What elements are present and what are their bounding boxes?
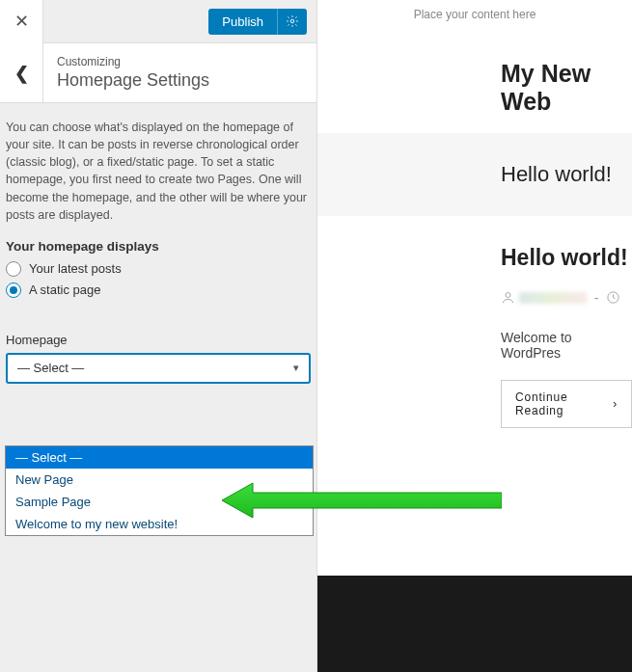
homepage-dropdown: — Select — New Page Sample Page Welcome … (5, 445, 314, 536)
post-title[interactable]: Hello world! (501, 245, 632, 271)
radio-label: Your latest posts (29, 261, 122, 276)
chevron-right-icon: › (613, 397, 618, 411)
radio-label: A static page (29, 282, 100, 297)
homepage-select[interactable]: — Select — ▾ (6, 353, 311, 384)
post-meta: - (501, 290, 632, 305)
dropdown-option[interactable]: Welcome to my new website! (6, 513, 313, 535)
close-button[interactable]: ✕ (0, 0, 43, 43)
publish-button[interactable]: Publish (208, 9, 277, 35)
breadcrumb: Customizing (57, 55, 303, 68)
radio-static-page[interactable]: A static page (6, 282, 311, 298)
placeholder-text: Place your content here (317, 0, 632, 40)
section-description: You can choose what's displayed on the h… (0, 103, 316, 239)
radio-icon (6, 282, 21, 298)
author-name (519, 292, 587, 304)
site-preview: Place your content here My New Web Hello… (317, 0, 632, 672)
chevron-down-icon: ▾ (293, 362, 299, 374)
dropdown-option[interactable]: Sample Page (6, 491, 313, 513)
page-title: Homepage Settings (57, 70, 303, 91)
dropdown-option[interactable]: New Page (6, 469, 313, 491)
site-title: My New Web (317, 40, 632, 133)
homepage-label: Homepage (6, 333, 311, 347)
author-icon (501, 290, 515, 305)
dropdown-option[interactable]: — Select — (6, 446, 313, 469)
radio-latest-posts[interactable]: Your latest posts (6, 261, 311, 277)
select-value: — Select — (17, 361, 84, 375)
post-excerpt: Welcome to WordPres (501, 330, 632, 361)
gear-icon (286, 14, 299, 28)
close-icon: ✕ (14, 11, 29, 32)
displays-label: Your homepage displays (6, 239, 311, 254)
radio-icon (6, 261, 21, 277)
continue-label: Continue Reading (515, 390, 607, 417)
svg-point-0 (290, 19, 294, 23)
hero-band: Hello world! (317, 133, 632, 216)
section-header: ❮ Customizing Homepage Settings (0, 43, 316, 103)
clock-icon (606, 290, 620, 305)
chevron-left-icon: ❮ (14, 63, 29, 84)
publish-settings-button[interactable] (277, 9, 307, 35)
continue-reading-button[interactable]: Continue Reading › (501, 380, 632, 428)
back-button[interactable]: ❮ (0, 43, 43, 102)
customizer-topbar: ✕ Publish (0, 0, 316, 43)
svg-point-1 (506, 293, 510, 298)
site-footer (317, 576, 632, 672)
